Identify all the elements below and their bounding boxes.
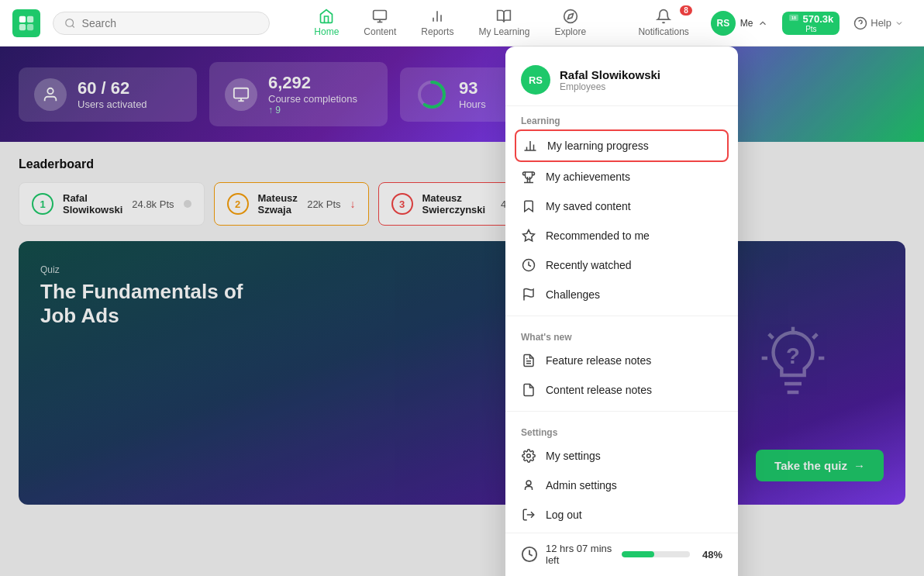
- svg-rect-0: [19, 16, 26, 22]
- user-avatar: RS: [711, 11, 736, 36]
- nav-right: 8 Notifications RS Me 18 570.3k: [630, 4, 912, 42]
- dp-saved-label: My saved content: [546, 200, 631, 212]
- svg-marker-31: [523, 230, 535, 241]
- dp-whats-new-section: What's new: [505, 322, 738, 346]
- file-text-icon: [521, 353, 536, 368]
- search-bar[interactable]: [53, 12, 270, 35]
- search-icon: [64, 17, 76, 29]
- dp-logout-label: Log out: [546, 509, 582, 521]
- dp-learning-progress[interactable]: My learning progress: [515, 129, 729, 162]
- nav-reports[interactable]: Reports: [410, 4, 464, 42]
- dp-learning-section: Learning: [505, 106, 738, 129]
- svg-line-5: [72, 25, 74, 27]
- divider: [505, 316, 738, 316]
- admin-gear-icon: [521, 478, 536, 493]
- flag-icon: [521, 287, 536, 302]
- nav-explore[interactable]: Explore: [543, 4, 597, 42]
- dp-achievements[interactable]: My achievements: [505, 162, 738, 191]
- dp-my-settings-label: My settings: [546, 450, 601, 462]
- me-label: Me: [740, 18, 753, 29]
- dp-feature-notes-label: Feature release notes: [546, 354, 651, 367]
- nav-home[interactable]: Home: [303, 4, 350, 42]
- navbar: Home Content Reports My Learning: [0, 0, 924, 47]
- bookmark-icon: [521, 198, 536, 214]
- nav-explore-label: Explore: [554, 26, 586, 37]
- dp-content-notes[interactable]: Content release notes: [505, 375, 738, 405]
- dp-learning-progress-label: My learning progress: [547, 140, 649, 152]
- svg-rect-2: [19, 23, 26, 29]
- nav-links: Home Content Reports My Learning: [303, 4, 597, 42]
- me-button[interactable]: RS Me: [703, 6, 777, 40]
- notifications-badge: 8: [680, 5, 692, 16]
- dp-challenges-label: Challenges: [546, 288, 600, 301]
- dp-recently-watched-label: Recently watched: [546, 259, 632, 271]
- dp-feature-notes[interactable]: Feature release notes: [505, 346, 738, 375]
- dp-recommended[interactable]: Recommended to me: [505, 221, 738, 250]
- dp-challenges[interactable]: Challenges: [505, 280, 738, 309]
- dp-user-role: Employees: [560, 81, 660, 92]
- dp-time-pct: 48%: [702, 549, 722, 560]
- file-icon: [521, 382, 536, 398]
- notifications-button[interactable]: 8 Notifications: [630, 4, 696, 42]
- dp-admin-settings-label: Admin settings: [546, 479, 617, 491]
- user-dropdown: RS Rafal Slowikowski Employees Learning …: [505, 47, 738, 576]
- bar-chart-icon: [522, 138, 538, 153]
- svg-point-9: [564, 10, 577, 23]
- dp-time-left-row: 12 hrs 07 mins left 48%: [521, 543, 722, 566]
- nav-my-learning[interactable]: My Learning: [467, 4, 540, 42]
- nav-reports-label: Reports: [421, 26, 453, 37]
- dp-my-settings[interactable]: My settings: [505, 441, 738, 471]
- nav-content[interactable]: Content: [353, 4, 407, 42]
- star-icon: [521, 228, 536, 243]
- dropdown-overlay[interactable]: [0, 47, 924, 576]
- clock-icon: [521, 257, 536, 273]
- dp-recommended-label: Recommended to me: [546, 229, 650, 242]
- dp-logout[interactable]: Log out: [505, 500, 738, 529]
- svg-point-36: [527, 454, 531, 458]
- svg-point-4: [66, 19, 74, 26]
- svg-rect-1: [27, 16, 33, 22]
- nav-content-label: Content: [364, 26, 396, 37]
- dp-header: RS Rafal Slowikowski Employees: [505, 59, 738, 106]
- dp-achievements-label: My achievements: [546, 171, 630, 183]
- svg-point-38: [528, 485, 529, 486]
- points-badge[interactable]: 18 570.3k Pts: [782, 12, 840, 35]
- dp-saved-content[interactable]: My saved content: [505, 191, 738, 221]
- points-label: Pts: [805, 25, 816, 33]
- dp-user-name: Rafal Slowikowski: [560, 68, 660, 81]
- dp-recently-watched[interactable]: Recently watched: [505, 250, 738, 280]
- clock-stat-icon: [521, 546, 538, 563]
- help-icon: [853, 16, 867, 30]
- settings-icon: [521, 448, 536, 464]
- dp-avatar: RS: [521, 65, 550, 95]
- points-icon: 18: [788, 13, 799, 24]
- dp-content-notes-label: Content release notes: [546, 384, 652, 396]
- nav-my-learning-label: My Learning: [478, 26, 529, 37]
- help-button[interactable]: Help: [846, 12, 912, 35]
- svg-text:18: 18: [792, 16, 797, 20]
- logout-icon: [521, 507, 536, 523]
- dp-admin-settings[interactable]: Admin settings: [505, 471, 738, 500]
- svg-rect-3: [27, 23, 33, 29]
- divider: [505, 411, 738, 412]
- notifications-label: Notifications: [638, 26, 688, 37]
- svg-marker-10: [567, 13, 573, 19]
- help-label: Help: [871, 17, 891, 29]
- dp-time-progress-bar: [622, 551, 690, 557]
- dp-time-progress-fill: [622, 551, 654, 557]
- trophy-icon: [521, 169, 536, 185]
- dp-time-left-label: 12 hrs 07 mins left: [546, 543, 614, 566]
- dp-bottom-stats: 12 hrs 07 mins left 48% 6/24 Missions co…: [505, 533, 738, 576]
- chevron-up-icon: [757, 18, 768, 29]
- search-input[interactable]: [82, 17, 258, 29]
- svg-rect-6: [374, 11, 387, 20]
- help-chevron-icon: [895, 19, 904, 28]
- points-number: 570.3k: [802, 13, 833, 25]
- nav-home-label: Home: [314, 26, 339, 37]
- app-logo[interactable]: [12, 9, 40, 37]
- dp-settings-section: Settings: [505, 418, 738, 441]
